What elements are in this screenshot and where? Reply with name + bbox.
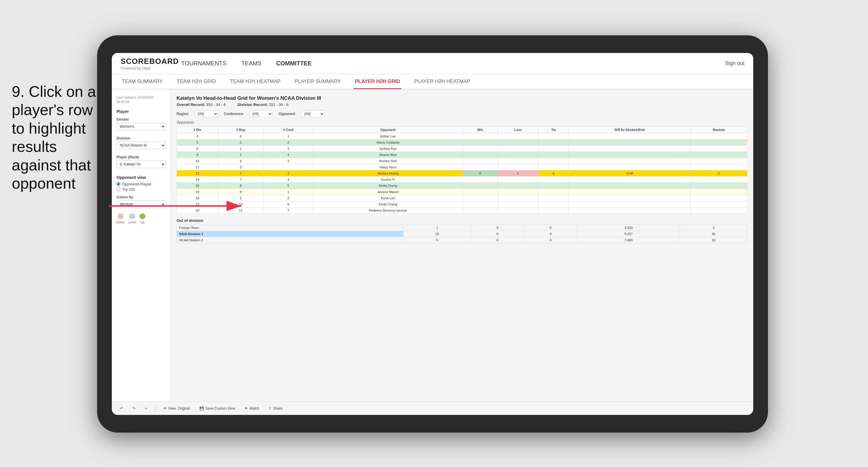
scene: 9. Click on a player's row to highlight … bbox=[0, 0, 868, 467]
col-tie: Tie bbox=[538, 127, 569, 133]
overall-record: Overall Record: 353 - 34 - 6 bbox=[177, 102, 226, 107]
col-reg: # Reg bbox=[218, 127, 264, 133]
out-row-ncaa-d2[interactable]: NCAA Division 2 5 0 0 7.400 10 bbox=[177, 237, 747, 243]
toolbar-share[interactable]: ⇧ Share bbox=[266, 405, 285, 412]
save-custom-icon: 💾 bbox=[199, 406, 204, 410]
table-row[interactable]: 5 2 2 Alexis Sudjianto bbox=[177, 139, 747, 146]
division-record: Division Record: 331 - 34 - 6 bbox=[238, 102, 288, 107]
logo-text: SCOREBOARD bbox=[121, 57, 179, 66]
colour-label-up: Up bbox=[141, 220, 145, 224]
opponent-view-title: Opponent view bbox=[117, 175, 166, 180]
table-row[interactable]: 9 1 4 Sharon Mun bbox=[177, 152, 747, 158]
col-diff: Diff Av Strokes/Rnd bbox=[569, 127, 690, 133]
save-custom-label: Save Custom View bbox=[206, 406, 235, 410]
opponent-filter-select[interactable]: (All) bbox=[301, 111, 324, 117]
timestamp-time: 16:55:28 bbox=[117, 100, 166, 104]
player-section-title: Player bbox=[117, 109, 166, 114]
out-of-division-title: Out of division bbox=[177, 218, 747, 223]
logo-sub: Powered by clippi bbox=[121, 66, 179, 70]
out-row-foreign[interactable]: Foreign Team 1 0 0 4.500 2 bbox=[177, 225, 747, 231]
division-label: Division bbox=[117, 136, 166, 141]
region-filter-select[interactable]: (All) bbox=[194, 111, 218, 117]
colour-down: Down bbox=[117, 213, 125, 224]
colour-level: Level bbox=[128, 213, 136, 224]
tab-player-h2h-heatmap[interactable]: PLAYER H2H HEATMAP bbox=[413, 74, 471, 89]
radio-opponents-played[interactable]: Opponents Played bbox=[117, 182, 166, 186]
region-filter-label: Region bbox=[177, 112, 189, 116]
col-rounds: Rounds bbox=[690, 127, 747, 133]
logo-area: SCOREBOARD Powered by clippi TOURNAMENTS… bbox=[121, 57, 312, 70]
toolbar-view-original[interactable]: 👁 View: Original bbox=[161, 405, 192, 412]
watch-label: Watch bbox=[249, 406, 259, 410]
table-row[interactable]: 10 6 3 Andrea York bbox=[177, 158, 747, 164]
watch-icon: 👁 bbox=[245, 406, 248, 410]
colour-circle-down bbox=[118, 213, 124, 219]
player-rank-select[interactable]: 8. Katelyn Vo bbox=[117, 160, 166, 168]
redo-button[interactable]: ↷ bbox=[130, 405, 138, 412]
records-row: Overall Record: 353 - 34 - 6 Division Re… bbox=[177, 102, 747, 107]
col-opponent: Opponent bbox=[313, 127, 463, 133]
colour-circle-up bbox=[140, 213, 145, 219]
out-row-naia[interactable]: NAIA Division 1 15 0 0 9.267 30 bbox=[177, 231, 747, 237]
opponent-filter-label: Opponent bbox=[279, 112, 296, 116]
right-panel: Katelyn Vo Head-to-Head Grid for Women's… bbox=[170, 89, 753, 401]
colour-by-label: Colour by bbox=[117, 195, 166, 199]
table-header-row: # Div # Reg # Conf Opponent Win Loss Tie… bbox=[177, 127, 747, 133]
conference-filter-label: Conference bbox=[224, 112, 243, 116]
table-row[interactable]: 20 11 7 Federica Domecq Lacroze bbox=[177, 208, 747, 214]
table-row[interactable]: 18 2 2 Euna Lee bbox=[177, 195, 747, 201]
instruction-number: 9. bbox=[12, 83, 24, 100]
tab-player-summary[interactable]: PLAYER SUMMARY bbox=[293, 74, 342, 89]
main-content: Last Updated: 27/03/2024 16:55:28 Player… bbox=[112, 89, 753, 401]
table-row[interactable]: 11 3 Haeju Hyun bbox=[177, 164, 747, 170]
nav-teams[interactable]: TEAMS bbox=[241, 60, 261, 67]
player-rank-label: Player (Rank) bbox=[117, 155, 166, 159]
gender-select[interactable]: Women's bbox=[117, 123, 166, 130]
table-row[interactable]: 14 7 4 Eunice Yi bbox=[177, 177, 747, 183]
colour-label-level: Level bbox=[128, 220, 136, 224]
left-panel: Last Updated: 27/03/2024 16:55:28 Player… bbox=[112, 89, 170, 401]
opponent-view-radio-group: Opponents Played Top 100 bbox=[117, 182, 166, 192]
toolbar-action-3[interactable]: ⇦ bbox=[143, 405, 150, 412]
colour-up: Up bbox=[140, 213, 145, 224]
colour-by-select[interactable]: Win/loss bbox=[117, 200, 166, 208]
top-nav: SCOREBOARD Powered by clippi TOURNAMENTS… bbox=[112, 53, 753, 74]
tab-player-h2h-grid[interactable]: PLAYER H2H GRID bbox=[354, 74, 401, 89]
nav-tournaments[interactable]: TOURNAMENTS bbox=[181, 60, 226, 67]
share-icon: ⇧ bbox=[269, 406, 272, 410]
toolbar-save-custom[interactable]: 💾 Save Custom View bbox=[197, 405, 238, 412]
opponents-label: Opponents: bbox=[177, 120, 747, 124]
table-row[interactable]: 3 6 1 Esther Lee bbox=[177, 133, 747, 139]
colour-legend: Down Level Up bbox=[117, 213, 166, 224]
division-select[interactable]: NCAA Division III bbox=[117, 142, 166, 149]
table-row[interactable]: 6 1 3 Sydney Kuo bbox=[177, 146, 747, 152]
tab-team-summary[interactable]: TEAM SUMMARY bbox=[121, 74, 164, 89]
timestamp: Last Updated: 27/03/2024 16:55:28 bbox=[117, 95, 166, 104]
radio-top100[interactable]: Top 100 bbox=[117, 187, 166, 192]
grid-title: Katelyn Vo Head-to-Head Grid for Women's… bbox=[177, 95, 747, 101]
col-conf: # Conf bbox=[264, 127, 313, 133]
view-original-label: View: Original bbox=[168, 406, 190, 410]
h2h-grid-table: # Div # Reg # Conf Opponent Win Loss Tie… bbox=[177, 126, 747, 214]
colour-circle-level bbox=[129, 213, 135, 219]
nav-committee[interactable]: COMMITTEE bbox=[276, 60, 312, 67]
logo: SCOREBOARD Powered by clippi bbox=[121, 57, 179, 70]
table-row[interactable]: 19 10 6 Emily Chang bbox=[177, 201, 747, 208]
col-loss: Loss bbox=[498, 127, 538, 133]
table-row-highlighted[interactable]: 13 1 1 Jessica Huang 0 1 0 -3.00 2 bbox=[177, 170, 747, 177]
table-row[interactable]: 16 9 1 Jessica Mason bbox=[177, 189, 747, 195]
filters-row: Region (All) Conference (All) Opponent (… bbox=[177, 111, 747, 117]
sign-out-button[interactable]: Sign out bbox=[725, 60, 744, 66]
col-div: # Div bbox=[177, 127, 218, 133]
instruction-body: Click on a player's row to highlight res… bbox=[12, 83, 96, 192]
tablet-screen: SCOREBOARD Powered by clippi TOURNAMENTS… bbox=[112, 53, 753, 415]
conference-filter-select[interactable]: (All) bbox=[249, 111, 273, 117]
tab-team-h2h-heatmap[interactable]: TEAM H2H HEATMAP bbox=[229, 74, 282, 89]
view-original-icon: 👁 bbox=[163, 406, 167, 410]
undo-button[interactable]: ↶ bbox=[118, 405, 125, 412]
share-label: Share bbox=[273, 406, 282, 410]
tab-team-h2h-grid[interactable]: TEAM H2H GRID bbox=[176, 74, 217, 89]
toolbar-bottom: ↶ ↷ ⇦ | 👁 View: Original 💾 Save Custom V… bbox=[112, 401, 753, 415]
table-row[interactable]: 15 8 5 Stella Cheng bbox=[177, 183, 747, 189]
toolbar-watch[interactable]: 👁 Watch bbox=[242, 405, 262, 412]
